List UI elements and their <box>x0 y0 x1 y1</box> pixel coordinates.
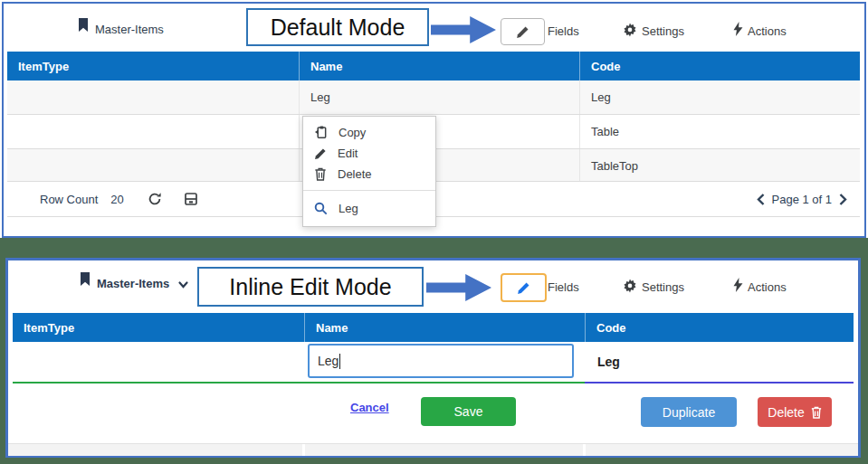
context-menu-delete[interactable]: Delete <box>303 164 435 185</box>
next-row-partial <box>8 443 858 456</box>
annotation-arrow-icon <box>426 274 491 301</box>
save-view-icon[interactable] <box>184 192 198 206</box>
context-menu-edit-label: Edit <box>338 147 358 160</box>
cell-code[interactable]: Leg <box>579 80 860 114</box>
table-header-row: ItemType Name Code <box>7 52 860 80</box>
gear-icon <box>623 23 637 37</box>
lightning-icon <box>733 22 743 36</box>
copy-icon <box>314 126 328 139</box>
row-context-menu: Copy Edit Delete Leg <box>302 116 436 227</box>
context-menu-copy[interactable]: Copy <box>303 122 435 143</box>
chevron-down-icon[interactable] <box>178 281 188 289</box>
row-count-label: Row Count <box>40 193 98 206</box>
settings-button[interactable]: Settings <box>642 24 684 38</box>
delete-button[interactable]: Delete <box>758 397 832 427</box>
edit-mode-toggle-button[interactable] <box>501 18 545 45</box>
column-divider <box>302 444 305 456</box>
context-menu-copy-label: Copy <box>339 126 366 139</box>
annotation-default-mode: Default Mode <box>246 8 429 46</box>
screenshot-root: Master-Items Default Mode Fields Setting… <box>0 0 868 464</box>
pencil-icon <box>314 147 327 160</box>
column-header-itemtype[interactable]: ItemType <box>13 313 304 342</box>
trash-icon <box>811 406 822 419</box>
next-page-icon[interactable] <box>839 194 847 205</box>
pagination-label: Page 1 of 1 <box>772 193 833 206</box>
row-count-value: 20 <box>110 193 123 206</box>
default-mode-panel: Master-Items Default Mode Fields Setting… <box>2 2 866 238</box>
view-title: Master-Items <box>95 23 164 36</box>
context-menu-edit[interactable]: Edit <box>303 143 435 164</box>
previous-page-icon[interactable] <box>757 194 765 205</box>
search-icon <box>314 202 328 215</box>
context-menu-search-label: Leg <box>339 202 358 215</box>
cell-itemtype[interactable] <box>7 149 299 183</box>
cell-code[interactable]: Table <box>579 115 860 148</box>
cell-name[interactable]: Leg <box>299 80 579 114</box>
context-menu-search[interactable]: Leg <box>303 196 435 221</box>
cancel-link[interactable]: Cancel <box>350 401 389 414</box>
inline-edit-row: Leg Leg <box>13 342 854 384</box>
pencil-icon <box>517 281 530 295</box>
menu-divider <box>303 190 435 191</box>
text-caret <box>339 354 340 369</box>
gear-icon <box>623 279 637 293</box>
refresh-icon[interactable] <box>148 192 162 206</box>
trash-icon <box>314 167 327 181</box>
cell-itemtype[interactable] <box>7 80 299 114</box>
actions-button[interactable]: Actions <box>748 280 787 294</box>
table-header-row: ItemType Name Code <box>13 313 854 342</box>
column-header-code[interactable]: Code <box>579 52 860 80</box>
cell-code[interactable]: TableTop <box>579 149 860 183</box>
settings-button[interactable]: Settings <box>642 280 684 294</box>
bookmark-icon <box>78 18 89 33</box>
actions-button[interactable]: Actions <box>748 24 787 38</box>
duplicate-button[interactable]: Duplicate <box>641 397 737 427</box>
column-header-code[interactable]: Code <box>585 313 854 342</box>
name-input[interactable]: Leg <box>308 344 574 378</box>
column-header-itemtype[interactable]: ItemType <box>7 52 299 80</box>
column-header-name[interactable]: Name <box>299 52 579 80</box>
fields-button[interactable]: Fields <box>548 280 579 294</box>
edit-cell-name: Leg <box>304 342 585 384</box>
items-table: ItemType Name Code Leg Leg <box>13 313 854 384</box>
edit-cell-code: Leg <box>585 342 854 384</box>
save-button[interactable]: Save <box>421 397 516 426</box>
edit-cell-itemtype[interactable] <box>13 342 304 384</box>
edit-mode-toggle-button[interactable] <box>501 273 547 302</box>
fields-button[interactable]: Fields <box>548 24 579 38</box>
table-row[interactable]: Leg Leg <box>7 80 860 115</box>
context-menu-delete-label: Delete <box>338 167 372 181</box>
cell-itemtype[interactable] <box>7 115 299 148</box>
column-divider <box>583 444 586 456</box>
column-header-name[interactable]: Name <box>304 313 585 342</box>
annotation-arrow-icon <box>431 16 496 43</box>
pencil-icon <box>516 25 529 39</box>
lightning-icon <box>733 278 743 292</box>
name-input-value: Leg <box>318 354 339 368</box>
bookmark-icon <box>80 272 91 287</box>
inline-edit-mode-panel: Master-Items Inline Edit Mode Fields Set… <box>5 258 861 458</box>
annotation-inline-edit-mode: Inline Edit Mode <box>197 267 424 307</box>
delete-button-label: Delete <box>768 405 804 420</box>
view-title-dropdown[interactable]: Master-Items <box>97 277 169 290</box>
